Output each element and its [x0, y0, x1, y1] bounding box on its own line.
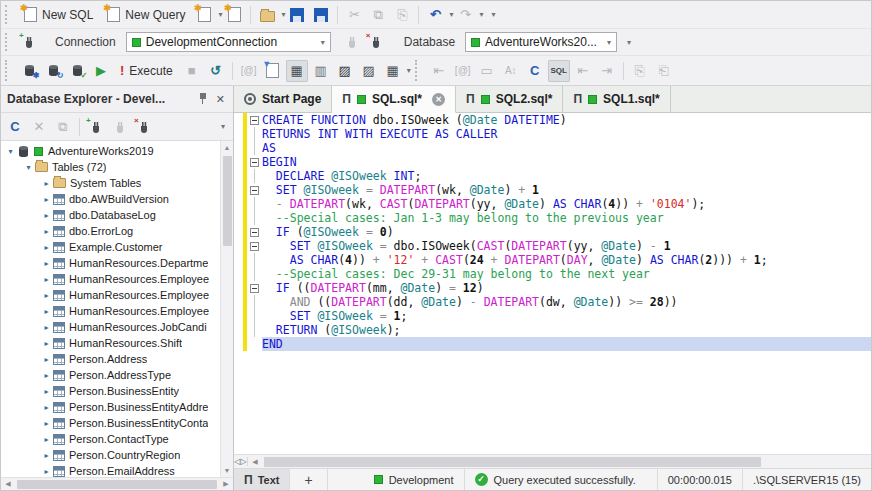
toolbar-grip[interactable]	[5, 60, 14, 80]
code-line[interactable]: RETURNS INT WITH EXECUTE AS CALLER	[234, 127, 871, 141]
tree-vertical-scrollbar[interactable]: ▲ ▼	[220, 141, 233, 477]
report-button[interactable]: ▦	[382, 60, 404, 82]
open-file-button[interactable]	[256, 4, 278, 26]
undo-button[interactable]: ↶	[424, 4, 446, 26]
expand-icon[interactable]: ▸	[41, 355, 52, 364]
tree-item-humanresources-jobcandi[interactable]: ▸HumanResources.JobCandi	[1, 319, 220, 335]
run-button[interactable]: ▶	[90, 60, 112, 82]
new-connection-button[interactable]: +	[18, 31, 40, 53]
expand-icon[interactable]: ▸	[41, 291, 52, 300]
expand-icon[interactable]: ▸	[41, 243, 52, 252]
uncomment-button[interactable]: ⎗	[653, 60, 675, 82]
new-query-button[interactable]: ✱ New Query	[100, 4, 192, 25]
code-line[interactable]: RETURN (@ISOweek);	[234, 323, 871, 337]
expand-icon[interactable]: ▸	[41, 339, 52, 348]
save-all-button[interactable]	[310, 4, 332, 26]
close-panel-button[interactable]: ✕	[216, 94, 225, 105]
new-window-button[interactable]: ✱	[223, 4, 245, 26]
scrollbar-thumb[interactable]	[17, 480, 217, 489]
edit-database-button[interactable]: ✱	[18, 60, 40, 82]
new-sql-button[interactable]: ✱ New SQL	[17, 4, 100, 25]
expand-icon[interactable]: ▸	[41, 419, 52, 428]
cut-button[interactable]: ✂	[343, 4, 365, 26]
macro-button[interactable]: [@]	[452, 60, 474, 82]
code-line[interactable]: IF ((DATEPART(mm, @Date) = 12)	[234, 281, 871, 295]
redo-button[interactable]: ↷	[454, 4, 476, 26]
results-grid-button[interactable]: ▦	[286, 60, 308, 82]
pin-icon[interactable]	[198, 93, 208, 105]
tree-item-person-businessentityaddre[interactable]: ▸Person.BusinessEntityAddre	[1, 399, 220, 415]
toolbar-grip[interactable]	[415, 60, 424, 80]
expand-icon[interactable]: ▸	[41, 435, 52, 444]
connect-button[interactable]	[341, 31, 363, 53]
open-file-dropdown[interactable]: ▾	[281, 10, 285, 19]
tree-item-person-emailaddress[interactable]: ▸Person.EmailAddress	[1, 463, 220, 477]
fold-collapse-icon[interactable]	[247, 113, 262, 127]
code-line[interactable]: BEGIN	[234, 155, 871, 169]
fold-collapse-icon[interactable]	[247, 155, 262, 169]
tab-sql-sql-[interactable]: ΠSQL.sql*✕	[332, 86, 456, 113]
tree-item-tables-72-[interactable]: ▾Tables (72)	[1, 159, 220, 175]
tree-item-system-tables[interactable]: ▸System Tables	[1, 175, 220, 191]
toolbar-overflow-dropdown[interactable]: ▾	[491, 10, 495, 19]
splitter-handle[interactable]: ◁▷	[234, 457, 248, 466]
scrollbar-thumb[interactable]	[223, 156, 232, 246]
expand-icon[interactable]: ▸	[41, 307, 52, 316]
expand-icon[interactable]: ▸	[41, 211, 52, 220]
connection-select[interactable]: DevelopmentConnection ▾	[126, 32, 331, 52]
database-select[interactable]: AdventureWorks20... ▾	[465, 32, 617, 52]
code-line[interactable]: AS	[234, 141, 871, 155]
export-image-button[interactable]: ▨	[358, 60, 380, 82]
expand-icon[interactable]: ▸	[41, 195, 52, 204]
code-line[interactable]: CREATE FUNCTION dbo.ISOweek (@Date DATET…	[234, 113, 871, 127]
refresh-tree-button[interactable]: C	[4, 116, 26, 138]
execution-plan-button[interactable]: ⇤	[428, 60, 450, 82]
tree-item-person-businessentityconta[interactable]: ▸Person.BusinessEntityConta	[1, 415, 220, 431]
code-line[interactable]: SET @ISOweek = DATEPART(wk, @Date) + 1	[234, 183, 871, 197]
code-line[interactable]: IF (@ISOweek = 0)	[234, 225, 871, 239]
tree-item-person-address[interactable]: ▸Person.Address	[1, 351, 220, 367]
tree-item-adventureworks2019[interactable]: ▾AdventureWorks2019	[1, 143, 220, 159]
stop-button[interactable]: ■	[181, 60, 203, 82]
tree-item-dbo-errorlog[interactable]: ▸dbo.ErrorLog	[1, 223, 220, 239]
expand-icon[interactable]: ▸	[41, 451, 52, 460]
tree-item-person-contacttype[interactable]: ▸Person.ContactType	[1, 431, 220, 447]
expand-icon[interactable]: ▸	[41, 227, 52, 236]
tree-item-person-addresstype[interactable]: ▸Person.AddressType	[1, 367, 220, 383]
chart-view-button[interactable]: ▨	[334, 60, 356, 82]
expand-icon[interactable]: ▸	[41, 179, 52, 188]
check-database-button[interactable]: ✓	[66, 60, 88, 82]
tree-item-person-countryregion[interactable]: ▸Person.CountryRegion	[1, 447, 220, 463]
tree-horizontal-scrollbar[interactable]: ◀ ▶	[1, 477, 233, 490]
export-results-button[interactable]: ▼	[262, 60, 284, 82]
collapse-icon[interactable]: ▾	[23, 163, 34, 172]
editor-horizontal-scrollbar[interactable]: ◁▷ ◀	[234, 454, 871, 468]
parameters-button[interactable]: [@]	[238, 60, 260, 82]
toolbar-overflow-dropdown[interactable]: ▾	[627, 38, 631, 47]
tab-sql2-sql-[interactable]: ΠSQL2.sql*	[456, 86, 563, 112]
tab-start-page[interactable]: Start Page	[234, 86, 332, 112]
fold-collapse-icon[interactable]	[247, 183, 262, 197]
code-line[interactable]: END	[234, 337, 871, 351]
code-line[interactable]: AS CHAR(4)) + '12' + CAST(24 + DATEPART(…	[234, 253, 871, 267]
code-line[interactable]: --Special cases: Jan 1-3 may belong to t…	[234, 211, 871, 225]
add-view-button[interactable]: +	[290, 469, 327, 490]
tree-item-humanresources-employee[interactable]: ▸HumanResources.Employee	[1, 303, 220, 319]
tree-item-person-businessentity[interactable]: ▸Person.BusinessEntity	[1, 383, 220, 399]
collapse-icon[interactable]: ▾	[5, 147, 16, 156]
report-dropdown[interactable]: ▾	[407, 66, 411, 75]
expand-icon[interactable]: ▸	[41, 275, 52, 284]
tree-item-humanresources-departme[interactable]: ▸HumanResources.Departme	[1, 255, 220, 271]
expand-icon[interactable]: ▸	[41, 323, 52, 332]
toolbar-grip[interactable]	[5, 5, 14, 24]
paste-button[interactable]: ⎘	[391, 4, 413, 26]
comment-button[interactable]: ⎘	[629, 60, 651, 82]
code-line[interactable]: - DATEPART(wk, CAST(DATEPART(yy, @Date) …	[234, 197, 871, 211]
sql-editor[interactable]: CREATE FUNCTION dbo.ISOweek (@Date DATET…	[234, 113, 871, 454]
expand-icon[interactable]: ▸	[41, 259, 52, 268]
expand-icon[interactable]: ▸	[41, 371, 52, 380]
sort-button[interactable]: A↕	[500, 60, 522, 82]
close-tab-icon[interactable]: ✕	[432, 93, 445, 106]
save-button[interactable]	[286, 4, 308, 26]
bookmark-button[interactable]: ▭	[476, 60, 498, 82]
